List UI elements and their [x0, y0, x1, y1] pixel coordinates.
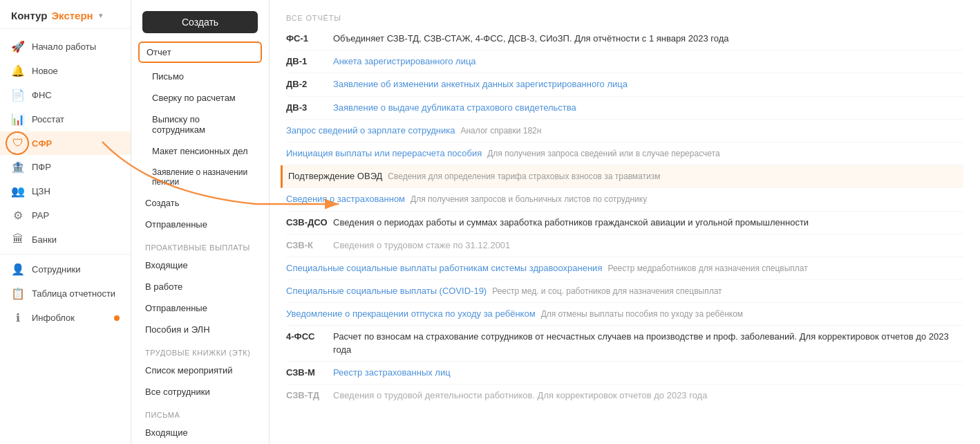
desc-oved: Сведения для определения тарифа страховы… — [388, 171, 660, 183]
desc-initsiatsiya: Для получения запроса сведений или в слу… — [487, 148, 719, 160]
menu-item-vkhodyashchie[interactable]: Входящие — [131, 255, 269, 276]
report-row-uvedomlenie: Уведомление о прекращении отпуска по ухо… — [286, 303, 963, 326]
chart-icon: 📊 — [11, 113, 25, 126]
sidebar-label-start: Начало работы — [32, 41, 96, 52]
sidebar-item-table[interactable]: 📋 Таблица отчетности — [0, 281, 131, 306]
report-row-spec-covid: Специальные социальные выплаты (COVID-19… — [286, 280, 963, 303]
building-icon: 🏛 — [11, 233, 25, 246]
report-row-szv-k: СЗВ-К Сведения о трудовом стаже по 31.12… — [286, 234, 963, 257]
sidebar-label-employees: Сотрудники — [32, 264, 80, 275]
code-dv2: ДВ-2 — [286, 78, 328, 91]
shield-icon: 🛡 — [11, 137, 25, 149]
sidebar-item-fns[interactable]: 📄 ФНС — [0, 83, 131, 107]
sidebar-item-start[interactable]: 🚀 Начало работы — [0, 35, 131, 59]
sidebar-label-czn: ЦЗН — [32, 186, 50, 196]
code-szv-k: СЗВ-К — [286, 239, 328, 252]
sidebar-item-pfr[interactable]: 🏦 ПФР — [0, 155, 131, 179]
sidebar-item-infoblock[interactable]: ℹ Инфоблок — [0, 306, 131, 330]
name-szv-dso: Сведения о периодах работы и суммах зара… — [333, 216, 809, 229]
create-button[interactable]: Создать — [142, 11, 258, 33]
menu-item-vypisku[interactable]: Выписку по сотрудникам — [131, 109, 269, 140]
desc-sved-zastr: Для получения запросов и больничных лист… — [411, 194, 647, 205]
name-spec-covid[interactable]: Специальные социальные выплаты (COVID-19… — [286, 285, 487, 297]
bell-icon: 🔔 — [11, 64, 25, 77]
sidebar-label-rosstat: Росстат — [32, 114, 64, 124]
report-row-4fss: 4-ФСС Расчет по взносам на страхование с… — [286, 326, 963, 361]
sidebar-label-table: Таблица отчетности — [32, 288, 115, 299]
report-row-szv-m: СЗВ-М Реестр застрахованных лиц — [286, 362, 963, 385]
name-szv-k: Сведения о трудовом стаже по 31.12.2001 — [333, 239, 510, 252]
menu-item-zayavlenie[interactable]: Заявление о назначении пенсии — [131, 162, 269, 192]
name-initsiatsiya[interactable]: Инициация выплаты или перерасчета пособи… — [286, 147, 482, 160]
logo-chevron[interactable]: ▾ — [99, 11, 103, 20]
sidebar-item-banks[interactable]: 🏛 Банки — [0, 228, 131, 251]
menu-item-otpravlennye[interactable]: Отправленные — [131, 214, 269, 235]
bank-icon: 🏦 — [11, 160, 25, 174]
name-dv1[interactable]: Анкета зарегистрированного лица — [333, 55, 476, 68]
report-row-initsiatsiya: Инициация выплаты или перерасчета пособи… — [286, 142, 963, 165]
menu-item-spisok[interactable]: Список мероприятий — [131, 360, 269, 381]
report-row-fs1: ФС-1 Объединяет СЗВ-ТД, СЗВ-СТАЖ, 4-ФСС,… — [286, 28, 963, 50]
code-szv-m: СЗВ-М — [286, 367, 328, 379]
sidebar-item-rap[interactable]: ⚙ РАР — [0, 203, 131, 228]
table-icon: 📋 — [11, 287, 25, 300]
info-icon: ℹ — [11, 311, 25, 324]
sidebar-item-czn[interactable]: 👥 ЦЗН — [0, 179, 131, 203]
code-fs1: ФС-1 — [286, 33, 328, 45]
menu-item-sverku[interactable]: Сверку по расчетам — [131, 87, 269, 109]
code-dv3: ДВ-3 — [286, 102, 328, 114]
menu-item-pismo[interactable]: Письмо — [131, 66, 269, 87]
report-row-dv1: ДВ-1 Анкета зарегистрированного лица — [286, 50, 963, 73]
report-row-szv-dso: СЗВ-ДСО Сведения о периодах работы и сум… — [286, 212, 963, 234]
desc-spec-zdrav: Реестр медработников для назначения спец… — [607, 263, 807, 275]
name-zapros[interactable]: Запрос сведений о зарплате сотрудника — [286, 124, 455, 137]
menu-item-vkhod-pisma[interactable]: Входящие — [131, 422, 269, 443]
sidebar-item-sfr[interactable]: 🛡 СФР — [0, 131, 131, 155]
desc-zapros: Аналог справки 182н — [460, 125, 541, 137]
gear-icon: ⚙ — [11, 209, 25, 222]
menu-item-sozdat[interactable]: Создать — [131, 192, 269, 214]
person-icon: 👤 — [11, 263, 25, 276]
sidebar-label-sfr: СФР — [32, 138, 52, 149]
name-dv3[interactable]: Заявление о выдаче дубликата страхового … — [333, 102, 576, 114]
sidebar-nav: 🚀 Начало работы 🔔 Новое 📄 ФНС 📊 Росстат … — [0, 29, 131, 335]
code-4fss: 4-ФСС — [286, 331, 328, 343]
report-row-dv2: ДВ-2 Заявление об изменении анкетных дан… — [286, 73, 963, 96]
section-label-pisma: ПИСЬМА — [131, 403, 269, 422]
name-spec-zdrav[interactable]: Специальные социальные выплаты работника… — [286, 262, 602, 275]
report-row-spec-zdrav: Специальные социальные выплаты работника… — [286, 257, 963, 280]
sidebar-label-fns: ФНС — [32, 90, 52, 100]
menu-item-otchet[interactable]: Отчет — [138, 41, 262, 63]
menu-item-otpravlennye2[interactable]: Отправленные — [131, 297, 269, 319]
report-row-szv-td: СЗВ-ТД Сведения о трудовой деятельности … — [286, 385, 963, 407]
name-oved[interactable]: Подтверждение ОВЭД — [288, 170, 382, 183]
menu-item-posobiya[interactable]: Пособия и ЭЛН — [131, 319, 269, 340]
menu-item-maket[interactable]: Макет пенсионных дел — [131, 140, 269, 162]
code-szv-td: СЗВ-ТД — [286, 389, 328, 402]
name-szv-m[interactable]: Реестр застрахованных лиц — [333, 367, 451, 379]
sidebar-label-pfr: ПФР — [32, 162, 51, 172]
desc-uvedomlenie: Для отмены выплаты пособия по уходу за р… — [541, 308, 743, 320]
code-szv-dso: СЗВ-ДСО — [286, 216, 328, 229]
rocket-icon: 🚀 — [11, 40, 25, 53]
sidebar-label-banks: Банки — [32, 234, 57, 245]
menu-item-vse-sotrudniki[interactable]: Все сотрудники — [131, 381, 269, 403]
sidebar-item-rosstat[interactable]: 📊 Росстат — [0, 107, 131, 131]
name-uvedomlenie[interactable]: Уведомление о прекращении отпуска по ухо… — [286, 308, 536, 320]
name-dv2[interactable]: Заявление об изменении анкетных данных з… — [333, 78, 628, 91]
name-szv-td: Сведения о трудовой деятельности работни… — [333, 389, 707, 402]
sidebar-label-rap: РАР — [32, 210, 49, 221]
report-row-sved-zastr: Сведения о застрахованном Для получения … — [286, 188, 963, 211]
group-icon: 👥 — [11, 185, 25, 198]
sidebar-label-infoblock: Инфоблок — [32, 313, 75, 323]
menu-item-v-rabote[interactable]: В работе — [131, 276, 269, 297]
dropdown-panel: Создать Отчет Письмо Сверку по расчетам … — [131, 0, 270, 444]
report-row-oved: Подтверждение ОВЭД Сведения для определе… — [281, 165, 963, 188]
sidebar-item-new[interactable]: 🔔 Новое — [0, 59, 131, 83]
sidebar-item-employees[interactable]: 👤 Сотрудники — [0, 257, 131, 281]
sidebar: Контур Экстерн ▾ 🚀 Начало работы 🔔 Новое… — [0, 0, 131, 444]
report-row-zapros: Запрос сведений о зарплате сотрудника Ан… — [286, 120, 963, 142]
name-sved-zastr[interactable]: Сведения о застрахованном — [286, 193, 405, 205]
desc-spec-covid: Реестр мед. и соц. работников для назнач… — [492, 286, 722, 297]
code-dv1: ДВ-1 — [286, 55, 328, 68]
